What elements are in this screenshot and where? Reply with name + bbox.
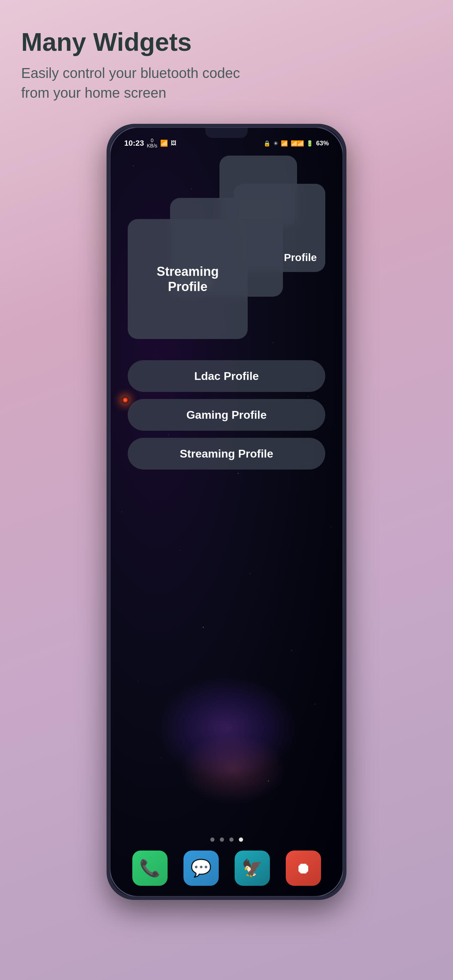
volume-down-button	[106, 279, 108, 307]
signal-icon: 📶	[160, 139, 168, 147]
screen-recorder-app-icon: ⏺	[296, 859, 311, 877]
page-dot-4[interactable]	[239, 837, 243, 842]
page-dot-3[interactable]	[229, 837, 234, 842]
status-kb: 0KB/s	[147, 138, 157, 149]
page-header: Many Widgets Easily control your bluetoo…	[0, 0, 453, 117]
dock-app-kde[interactable]: 🦅	[235, 851, 270, 886]
gaming-profile-button[interactable]: Gaming Profile	[128, 399, 325, 431]
widget-large-label: StreamingProfile	[157, 264, 219, 294]
kde-app-icon: 🦅	[242, 858, 263, 878]
power-button	[344, 269, 347, 297]
chat-app-icon: 💬	[191, 858, 212, 878]
phone-screen: 10:23 0KB/s 📶 🖼 🔒 ✳ 📶 📶📶 🔋 63%	[110, 127, 343, 896]
signal-bars-icon: 📶📶	[291, 140, 304, 147]
widget-medium-label: Profile	[284, 251, 317, 264]
pill-buttons-container: Ldac Profile Gaming Profile Streaming Pr…	[128, 360, 325, 469]
bixby-button	[106, 314, 108, 342]
gaming-profile-label: Gaming Profile	[186, 409, 267, 422]
gallery-icon: 🖼	[171, 140, 176, 146]
battery-percent: 63%	[316, 140, 329, 147]
widget-stack: Profile Profile StreamingProfile	[128, 156, 325, 350]
page-indicators	[110, 837, 343, 842]
phone-mockup: 10:23 0KB/s 📶 🖼 🔒 ✳ 📶 📶📶 🔋 63%	[0, 124, 453, 921]
lock-icon: 🔒	[264, 140, 270, 147]
streaming-profile-label: Streaming Profile	[180, 447, 273, 460]
page-title: Many Widgets	[21, 28, 432, 56]
widgets-area: Profile Profile StreamingProfile Ldac Pr…	[128, 156, 325, 410]
dock-app-phone[interactable]: 📞	[132, 851, 168, 886]
dock: 📞 💬 🦅 ⏺	[124, 847, 329, 889]
ldac-profile-label: Ldac Profile	[194, 370, 259, 383]
page-dot-2[interactable]	[220, 837, 224, 842]
widget-large[interactable]: StreamingProfile	[128, 219, 248, 339]
volume-up-button	[106, 251, 108, 272]
battery-icon: 🔋	[306, 140, 313, 147]
ldac-profile-button[interactable]: Ldac Profile	[128, 360, 325, 392]
bluetooth-icon: ✳	[273, 140, 278, 147]
status-right-icons: 🔒 ✳ 📶 📶📶 🔋 63%	[264, 140, 329, 147]
nebula-effect-2	[180, 734, 286, 804]
streaming-profile-button[interactable]: Streaming Profile	[128, 438, 325, 469]
status-time: 10:23	[124, 138, 144, 148]
phone-frame: 10:23 0KB/s 📶 🖼 🔒 ✳ 📶 📶📶 🔋 63%	[106, 124, 347, 900]
page-subtitle: Easily control your bluetooth codecfrom …	[21, 63, 432, 103]
dock-app-chat[interactable]: 💬	[183, 851, 219, 886]
page-dot-1[interactable]	[210, 837, 215, 842]
notch	[205, 127, 248, 138]
phone-app-icon: 📞	[139, 858, 161, 878]
wifi-icon: 📶	[281, 140, 288, 147]
dock-app-screen-recorder[interactable]: ⏺	[286, 851, 321, 886]
